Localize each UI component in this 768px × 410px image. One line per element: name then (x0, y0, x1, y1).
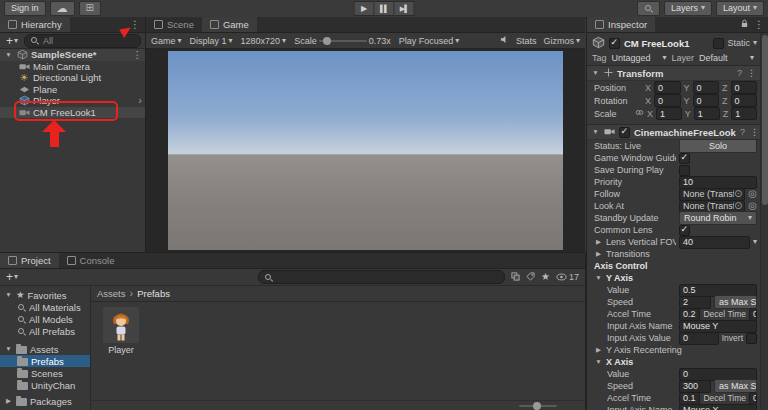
component-menu-icon[interactable] (747, 69, 756, 78)
transform-header[interactable]: Transform (587, 65, 761, 81)
tab-game[interactable]: Game (202, 17, 257, 32)
lens-fov-field[interactable]: 40 (679, 236, 750, 249)
hierarchy-item-cm-freelook[interactable]: CM FreeLook1 (0, 107, 145, 119)
play-focused-dropdown[interactable]: Play Focused (399, 36, 460, 46)
scale-slider[interactable] (319, 40, 367, 42)
mute-audio-icon[interactable] (500, 35, 509, 46)
help-icon[interactable] (740, 128, 745, 137)
asset-item-player[interactable]: Player (99, 307, 143, 355)
scale-z-field[interactable]: 1 (731, 107, 757, 120)
sign-in-button[interactable]: Sign in (4, 1, 46, 16)
rotation-z-field[interactable]: 0 (731, 94, 757, 107)
lock-icon[interactable] (740, 19, 749, 30)
common-lens-checkbox[interactable] (679, 225, 690, 236)
tree-item-prefabs[interactable]: Prefabs (0, 355, 90, 367)
rotation-y-field[interactable]: 0 (693, 94, 719, 107)
uniform-scale-link-icon[interactable] (635, 108, 644, 119)
search-by-label-icon[interactable] (526, 272, 535, 283)
foldout-closed-icon[interactable] (594, 347, 603, 354)
solo-button[interactable]: Solo (679, 139, 757, 153)
hierarchy-item-plane[interactable]: Plane (0, 84, 145, 96)
standby-update-dropdown[interactable]: Round Robin (679, 211, 757, 225)
game-render[interactable] (168, 51, 563, 250)
hierarchy-item-player[interactable]: Player (0, 95, 145, 107)
project-create-button[interactable] (4, 271, 20, 283)
foldout-open-icon[interactable] (4, 52, 13, 59)
tree-item-favorites[interactable]: Favorites (0, 289, 90, 301)
active-checkbox[interactable] (609, 38, 620, 49)
hierarchy-create-button[interactable] (4, 35, 20, 47)
component-enabled-checkbox[interactable] (619, 127, 630, 138)
rotation-x-field[interactable]: 0 (654, 94, 680, 107)
tab-console[interactable]: Console (59, 253, 123, 268)
target-select-icon[interactable] (748, 201, 757, 211)
x-axis-heading[interactable]: X Axis (606, 357, 633, 367)
tab-project[interactable]: Project (0, 253, 59, 268)
static-dropdown[interactable]: Static (713, 38, 757, 49)
foldout-open-icon[interactable] (591, 70, 600, 77)
foldout-closed-icon[interactable] (594, 251, 603, 258)
scale-slider-thumb[interactable] (323, 37, 331, 45)
hierarchy-item-directional-light[interactable]: Directional Light (0, 72, 145, 84)
tree-item-all-materials[interactable]: All Materials (0, 301, 90, 313)
gameobject-name[interactable]: CM FreeLook1 (624, 38, 689, 49)
target-select-icon[interactable] (748, 189, 757, 199)
scene-menu-icon[interactable] (133, 50, 143, 60)
foldout-closed-icon[interactable] (594, 239, 603, 246)
tree-item-all-prefabs[interactable]: All Prefabs (0, 325, 90, 337)
display-dropdown[interactable]: Display 1 (190, 36, 233, 46)
position-x-field[interactable]: 0 (654, 81, 680, 94)
collab-button[interactable] (79, 1, 101, 16)
tab-inspector[interactable]: Inspector (587, 17, 655, 32)
game-window-guide-checkbox[interactable] (679, 153, 690, 164)
tree-item-assets[interactable]: Assets (0, 343, 90, 355)
saved-search-icon[interactable] (541, 272, 550, 282)
foldout-open-icon[interactable] (591, 129, 600, 136)
icon-size-slider-thumb[interactable] (533, 402, 541, 410)
prefab-open-chevron-icon[interactable] (138, 95, 142, 106)
hierarchy-search-input[interactable]: All (24, 34, 141, 48)
tag-dropdown[interactable]: Untagged (610, 53, 669, 63)
project-search-input[interactable] (258, 270, 505, 284)
position-y-field[interactable]: 0 (693, 81, 719, 94)
pause-button[interactable] (375, 1, 395, 16)
breadcrumb-root[interactable]: Assets (97, 288, 126, 299)
tree-item-scenes[interactable]: Scenes (0, 367, 90, 379)
game-mode-dropdown[interactable]: Game (151, 36, 182, 46)
foldout-open-icon[interactable] (4, 346, 13, 353)
lens-preset-dropdown-icon[interactable] (753, 238, 757, 246)
hierarchy-item-main-camera[interactable]: Main Camera (0, 61, 145, 73)
hidden-packages-toggle[interactable]: 17 (556, 272, 579, 283)
foldout-open-icon[interactable] (4, 292, 13, 299)
tree-item-all-models[interactable]: All Models (0, 313, 90, 325)
icon-size-slider[interactable] (519, 405, 557, 407)
breadcrumb-current[interactable]: Prefabs (137, 288, 170, 299)
layout-dropdown[interactable]: Layout (716, 1, 764, 16)
hierarchy-item-scene[interactable]: SampleScene* (0, 49, 145, 61)
tree-item-unitychan[interactable]: UnityChan (0, 379, 90, 391)
step-button[interactable] (395, 1, 415, 16)
foldout-open-icon[interactable] (594, 275, 603, 282)
save-during-play-checkbox[interactable] (679, 165, 690, 176)
layer-dropdown[interactable]: Default (697, 53, 756, 63)
component-menu-icon[interactable] (750, 128, 759, 137)
scale-x-field[interactable]: 1 (656, 107, 682, 120)
tab-hierarchy[interactable]: Hierarchy (0, 17, 70, 32)
gizmos-dropdown[interactable]: Gizmos (543, 36, 580, 46)
foldout-closed-icon[interactable] (4, 398, 13, 405)
scale-y-field[interactable]: 1 (694, 107, 720, 120)
y-axis-heading[interactable]: Y Axis (606, 273, 633, 283)
y-input-value-field[interactable]: 0 (679, 332, 719, 345)
object-picker-icon[interactable] (734, 201, 742, 211)
play-button[interactable] (354, 1, 375, 16)
static-checkbox[interactable] (713, 38, 724, 49)
help-icon[interactable] (737, 69, 742, 78)
panel-menu-icon[interactable] (754, 20, 764, 30)
object-picker-icon[interactable] (734, 189, 742, 199)
editor-search-button[interactable] (637, 1, 660, 16)
panel-menu-icon[interactable] (130, 20, 140, 30)
tab-scene[interactable]: Scene (146, 17, 202, 32)
y-invert-checkbox[interactable] (746, 333, 757, 344)
foldout-open-icon[interactable] (594, 359, 603, 366)
layers-dropdown[interactable]: Layers (664, 1, 712, 16)
